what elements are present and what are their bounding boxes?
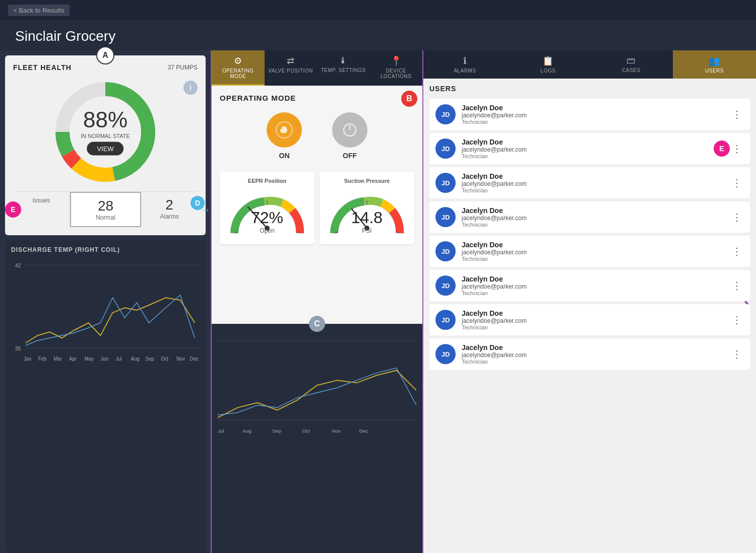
user-email: jacelyndoe@parker.com [462,146,730,153]
stat-alarms: 2 Alarms D → [141,192,198,227]
user-email: jacelyndoe@parker.com [462,352,730,359]
user-item: JD Jacelyn Doe jacelyndoe@parker.com Tec… [429,201,750,233]
stat-normal: 28 Normal [70,192,142,227]
stat-normal-number: 28 [73,198,139,214]
tab-cases[interactable]: 🗃 CASES [590,50,673,79]
user-item: JD Jacelyn Doe jacelyndoe@parker.com Tec… [429,167,750,198]
svg-point-23 [283,125,285,127]
svg-text:Sep: Sep [272,428,281,434]
donut-chart: 88% IN NORMAL STATE VIEW [50,77,161,187]
user-name: Jacelyn Doe [462,104,730,112]
user-name: Jacelyn Doe [462,206,730,215]
suction-value: 14.8 [351,209,383,227]
mode-off-button[interactable]: OFF [332,112,367,160]
stats-row: E Issues 28 Normal 2 Alarms D → [13,191,198,227]
user-menu-button[interactable]: ⋮ [730,314,744,326]
badge-c: C [309,316,325,332]
users-icon: 👥 [676,55,753,66]
svg-text:Sep: Sep [146,356,155,362]
user-info: Jacelyn Doe jacelyndoe@parker.com Techni… [462,138,730,159]
off-icon [332,112,367,148]
info-icon[interactable]: i [183,81,198,95]
tab-users[interactable]: 👥 USERS [673,50,756,79]
discharge-chart-card: DISCHARGE TEMP (RIGHT COIL) 42 35 Jan Fe… [5,240,206,553]
users-header: USERS [429,85,750,93]
user-item: JD Jacelyn Doe jacelyndoe@parker.com Tec… [429,270,750,301]
user-avatar: JD [435,173,456,193]
operating-mode-content: B OPERATING MODE ON [212,86,422,324]
user-info: Jacelyn Doe jacelyndoe@parker.com Techni… [462,104,730,125]
back-button[interactable]: < Back to Results [8,5,70,16]
tab-temp-settings[interactable]: 🌡 TEMP. SETTINGS [317,50,370,86]
badge-d: D [191,196,205,210]
user-item: JD Jacelyn Doe jacelyndoe@parker.com Tec… [429,338,750,370]
user-info: Jacelyn Doe jacelyndoe@parker.com Techni… [462,241,730,262]
svg-text:Jul: Jul [115,356,121,362]
user-menu-button[interactable]: ⋮ [730,177,744,189]
user-menu-button[interactable]: ⋮ [730,245,744,257]
user-name: Jacelyn Doe [462,138,730,146]
mode-on-button[interactable]: ON [267,112,302,160]
suction-unit: PSI [351,227,383,234]
svg-text:Nov: Nov [332,428,341,434]
location-icon: 📍 [373,55,420,66]
donut-percent: 88% [81,109,130,131]
donut-state-label: IN NORMAL STATE [81,133,130,139]
fleet-title: FLEET HEALTH [13,63,72,72]
user-role: Technician [462,222,730,228]
user-avatar: JD [435,344,456,364]
view-button[interactable]: VIEW [87,142,123,156]
fleet-header: FLEET HEALTH 37 PUMPS [13,63,198,72]
fleet-pumps: 37 PUMPS [168,64,198,71]
eepr-unit: Open [251,227,283,234]
user-role: Technician [462,187,730,193]
user-email: jacelyndoe@parker.com [462,112,730,119]
suction-title: Suction Pressure [326,178,408,184]
eepr-gauge: EEPR Position [220,172,314,244]
fleet-health-card: A FLEET HEALTH 37 PUMPS i [5,55,206,235]
svg-text:35: 35 [15,345,21,352]
logs-icon: 📋 [510,55,587,66]
user-avatar: JD [435,207,456,227]
user-avatar: JD [435,139,456,159]
tab-alarms[interactable]: ℹ ALARMS [423,50,507,79]
eepr-value: 72% [251,209,283,227]
user-role: Technician [462,153,730,159]
tab-logs[interactable]: 📋 LOGS [507,50,590,79]
user-menu-button[interactable]: ⋮ [730,280,744,292]
operating-mode-title: OPERATING MODE [220,94,414,102]
tab-operating-mode[interactable]: ⚙ OPERATING MODE [212,50,265,86]
user-menu-button[interactable]: ⋮ [730,348,744,360]
tab-valve-position[interactable]: ⇄ VALVE POSITION [265,50,318,86]
user-name: Jacelyn Doe [462,241,730,249]
user-menu-button[interactable]: ⋮ [730,211,744,223]
users-content: USERS JD Jacelyn Doe jacelyndoe@parker.c… [423,79,756,553]
stat-issues: Issues [13,192,70,227]
badge-e-left: E [5,201,21,218]
user-avatar: JD [435,104,456,124]
user-role: Technician [462,324,730,330]
main-content: A FLEET HEALTH 37 PUMPS i [0,50,756,553]
user-avatar: JD [435,275,456,296]
tab-device-locations[interactable]: 📍 DEVICE LOCATIONS [370,50,423,86]
user-role: Technician [462,290,730,296]
user-menu-button[interactable]: ⋮ [730,143,744,155]
user-item: JD Jacelyn Doe jacelyndoe@parker.com Tec… [429,99,750,130]
user-name: Jacelyn Doe [462,275,730,283]
badge-e-user: E [714,141,730,157]
user-role: Technician [462,359,730,365]
user-menu-button[interactable]: ⋮ [730,108,744,120]
svg-text:Dec: Dec [359,428,368,434]
svg-text:Oct: Oct [161,356,168,362]
top-bar: < Back to Results [0,0,756,20]
user-role: Technician [462,256,730,262]
gear-icon: ⚙ [215,55,262,66]
svg-text:Mar: Mar [53,356,62,362]
user-item: JD Jacelyn Doe jacelyndoe@parker.com Tec… [429,304,750,335]
user-role: Technician [462,119,730,125]
middle-panel: ⚙ OPERATING MODE ⇄ VALVE POSITION 🌡 TEMP… [212,50,423,553]
svg-text:Dec: Dec [190,356,199,362]
svg-text:Nov: Nov [176,356,185,362]
stat-alarms-number: 2 [143,197,196,213]
user-name: Jacelyn Doe [462,172,730,180]
